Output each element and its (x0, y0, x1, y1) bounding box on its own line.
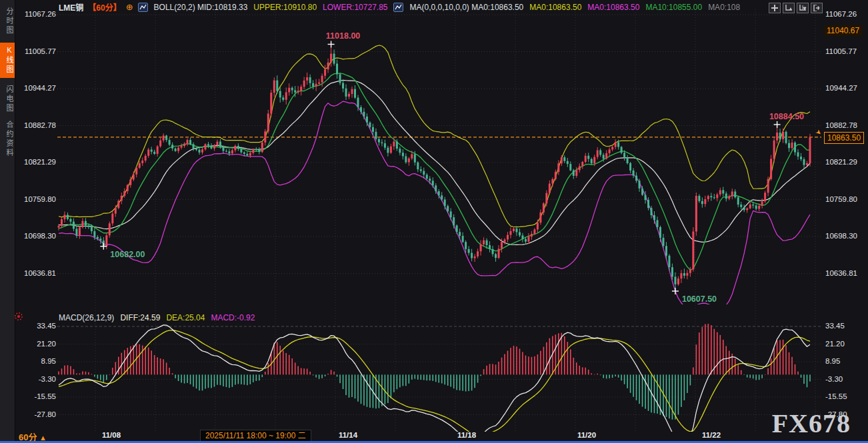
scale-axis-right-icon[interactable] (797, 3, 809, 13)
period-label[interactable]: 【60分】 (88, 1, 121, 13)
svg-text:-27.80: -27.80 (34, 410, 56, 418)
svg-text:11067.26: 11067.26 (825, 10, 857, 18)
svg-text:21.20: 21.20 (37, 340, 56, 348)
indicator-value-label: MA0:10863.50 (529, 3, 581, 12)
indicator-value-label: DIFF:24.59 (120, 313, 160, 322)
svg-text:8.95: 8.95 (41, 357, 56, 365)
svg-text:10682.00: 10682.00 (110, 250, 145, 259)
indicator-value-label: DEA:25.04 (166, 313, 205, 322)
indicator-header: LME铜 【60分】 ⊕ BOLL(20,2) MID:10819.33UPPE… (59, 2, 740, 12)
crosshair-icon[interactable] (769, 3, 781, 13)
sidebar-item-1[interactable]: K线图 (0, 43, 15, 78)
svg-text:10698.30: 10698.30 (825, 232, 857, 240)
svg-text:10698.30: 10698.30 (24, 232, 56, 240)
svg-text:10884.50: 10884.50 (769, 112, 804, 121)
date-tick: 11/18 (457, 431, 477, 439)
date-tick: 11/20 (577, 431, 596, 439)
svg-text:10759.80: 10759.80 (24, 195, 56, 203)
svg-text:11005.77: 11005.77 (825, 47, 857, 55)
indicator-value-label: MA(0,0,0,10,0,0) MA0:10863.50 (409, 3, 523, 12)
kline-chart-canvas[interactable]: 11067.2611067.2611005.7711005.7710944.27… (0, 0, 868, 443)
sidebar-item-3[interactable]: 合约资料 (0, 121, 15, 158)
indicator-value-label: MACD(26,12,9) (59, 313, 114, 322)
date-tick: 11/14 (339, 431, 358, 439)
reference-price-badge: 11040.67 (824, 25, 862, 36)
chart-icon (138, 3, 148, 12)
macd-header: MACD(26,12,9)DIFF:24.59DEA:25.04MACD:-0.… (59, 313, 255, 322)
indicator-value-label: MA0:108 (708, 3, 740, 12)
svg-text:10944.27: 10944.27 (24, 84, 56, 92)
svg-text:33.45: 33.45 (37, 322, 56, 330)
scale-axis-left-icon[interactable] (783, 3, 795, 13)
indicator-value-label: UPPER:10910.80 (253, 3, 317, 12)
svg-text:10821.29: 10821.29 (24, 158, 56, 166)
hover-time-range: 2025/11/11 18:00 ~ 19:00 二 (200, 430, 311, 442)
svg-text:10821.29: 10821.29 (825, 158, 857, 166)
date-tick: 11/22 (702, 431, 721, 439)
svg-text:-15.55: -15.55 (825, 392, 847, 400)
svg-text:10636.81: 10636.81 (24, 269, 56, 277)
svg-text:33.45: 33.45 (825, 322, 845, 330)
chart-icon (393, 3, 403, 12)
svg-text:10882.78: 10882.78 (825, 121, 857, 129)
chart-type-sidebar: 分时图K线图闪电图合约资料 (0, 0, 15, 441)
exit-panel-icon[interactable] (811, 3, 823, 13)
svg-text:-15.55: -15.55 (34, 392, 56, 400)
date-tick: 11/08 (102, 431, 121, 439)
indicator-value-label: BOLL(20,2) MID:10819.33 (154, 3, 248, 12)
current-price-badge: 10863.50 (824, 132, 864, 144)
svg-text:-3.30: -3.30 (39, 375, 56, 383)
svg-text:10944.27: 10944.27 (825, 84, 857, 92)
svg-text:8.95: 8.95 (825, 357, 840, 365)
indicator-value-label: MA10:10855.00 (645, 3, 702, 12)
svg-text:10636.81: 10636.81 (825, 269, 857, 277)
indicator-value-label: MA0:10863.50 (587, 3, 639, 12)
indicator-value-label: MACD:-0.92 (211, 313, 255, 322)
svg-text:10607.50: 10607.50 (682, 294, 717, 304)
live-indicator-icon (14, 312, 23, 324)
indicator-values: BOLL(20,2) MID:10819.33UPPER:10910.80LOW… (138, 3, 741, 12)
svg-text:-3.30: -3.30 (825, 375, 843, 383)
sidebar-item-2[interactable]: 闪电图 (0, 85, 15, 113)
svg-text:10759.80: 10759.80 (825, 195, 857, 203)
svg-text:11067.26: 11067.26 (25, 10, 56, 18)
window-toolbar (769, 3, 823, 13)
svg-text:21.20: 21.20 (825, 340, 845, 348)
svg-text:10882.78: 10882.78 (24, 121, 56, 129)
trading-app-window: 分时图K线图闪电图合约资料 11067.2611067.2611005.7711… (0, 0, 868, 443)
watermark: FX678 (772, 408, 851, 439)
svg-text:11018.00: 11018.00 (326, 31, 360, 41)
settings-icon[interactable]: ⊕ (126, 3, 133, 11)
sidebar-item-0[interactable]: 分时图 (0, 7, 15, 35)
indicator-value-label: LOWER:10727.85 (323, 3, 387, 12)
svg-text:11005.77: 11005.77 (25, 47, 56, 55)
symbol-label: LME铜 (59, 1, 83, 13)
